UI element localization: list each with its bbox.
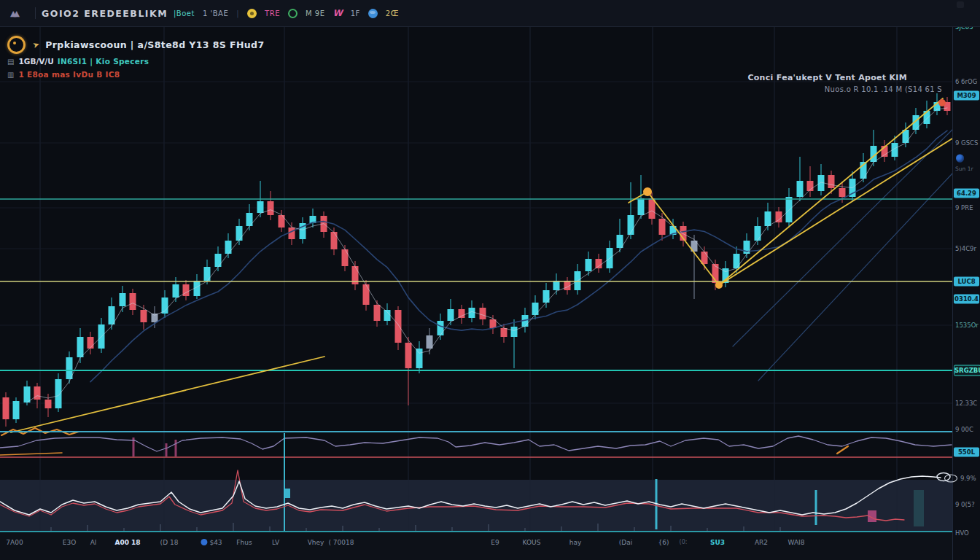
panel1-indicator-line [0,436,952,451]
trendline [719,98,943,285]
chart-annotation-title: Conci Fea'ukept V Tent Apoet KIM [747,73,907,82]
candle-body [586,259,592,271]
candle-body [786,197,793,222]
time-axis-label: (Dai [619,539,632,546]
toolbar-item[interactable]: TRE [265,9,280,18]
candle-body [797,181,804,197]
header-bar: ▲▲ GOIO2 EREDEEBLIKM |Boet1 'BAE|TREM 9E… [0,0,980,27]
trendline-anchor-dot[interactable] [643,187,652,196]
symbol-title[interactable]: Prpkiawscooun | a/S8te8d Y13 8S FHud7 [45,39,264,50]
toolbar-item[interactable]: |Boet [174,9,195,18]
toolbar-item[interactable]: M 9E [306,9,325,18]
app-logo-icon[interactable]: ▲▲ [10,9,29,18]
price-badge: M309 [954,91,979,101]
time-axis-label: AR2 [755,539,768,546]
price-axis-label: 12.33C [955,400,977,407]
candle-body [405,343,412,368]
candle-body [141,310,147,322]
candle-body [416,349,423,368]
candle-body [257,201,264,213]
candle-body [828,175,835,188]
time-axis-label: 7A00 [6,539,23,546]
candle-body [543,290,550,303]
time-axis-label: Vhey [308,539,324,546]
candle-body [236,226,243,241]
candle-body [55,379,62,408]
header-toolbar: |Boet1 'BAE|TREM 9EW1F2Œ [174,0,399,26]
candle-body [924,111,930,124]
candle-body [215,254,222,267]
indicator-2-name[interactable]: 1 E8oa mas IvDu B IC8 [18,70,120,79]
candle-body [480,308,486,319]
price-badge: 0310.4 [954,295,979,304]
toolbar-item[interactable]: | [236,9,239,18]
time-axis-label: WAI8 [788,539,805,546]
time-axis-label: (0: [680,539,688,545]
candle-body [628,215,634,235]
price-badge: SRGZBU [954,365,980,376]
time-axis-label: SU3 [710,539,725,546]
candle-body [342,249,349,266]
candle-body [289,228,295,239]
header-divider [35,7,36,19]
time-axis-label: {6) [658,539,669,546]
candle-body [427,335,433,349]
time-axis-label: KOUS [523,539,541,546]
toolbar-item[interactable]: 1 'BAE [203,9,228,18]
indicator-icon: ▥ [7,71,14,79]
candle-body [532,303,539,315]
toolbar-item[interactable]: 2Œ [386,9,399,18]
candlestick-chart-canvas[interactable] [0,0,980,560]
trendline [719,139,952,285]
price-axis-label: 1535Or [955,322,979,329]
panel2-background [0,480,952,532]
trendline-anchor-dot[interactable] [715,281,723,289]
candle-body [363,284,370,305]
candle-body [448,309,454,321]
chart-annotation-values: Nuos.o R 10.1 .14 M (S14 61 S [825,85,942,93]
time-axis-label: Fhus [236,539,252,546]
candle-body [34,386,41,400]
candle-body [3,397,9,419]
price-axis-label: Sun 1r [955,166,973,172]
candle-body [45,400,52,408]
candle-body [755,226,761,241]
globe-icon[interactable] [368,9,378,18]
ring-icon[interactable] [288,9,298,18]
wing-icon[interactable]: W [332,8,342,18]
candle-body [659,219,666,235]
time-axis-label: Al [90,539,97,546]
candle-body [776,211,782,222]
candle-body [331,232,338,249]
price-axis-label: 9 0(5? [955,501,975,508]
candle-body [88,337,94,349]
candle-body [596,259,602,268]
ellipse-marker-icon [944,475,957,483]
price-axis[interactable]: 5JC056 6rOGM3099 GSCSSun 1r64.299 PRE5)4… [952,26,980,560]
candle-body [13,401,20,419]
candle-body [120,293,126,306]
candle-body [109,306,115,324]
price-axis-label: 9 PRE [955,204,973,211]
coin-icon[interactable] [247,9,257,18]
candle-body [77,337,84,357]
price-badge: LUC8 [954,277,979,287]
time-axis[interactable]: 7A00E3OAlA00 18(D 18$43FhusLVVhey( 70018… [0,533,952,560]
symbol-info-overlay: ➤ Prpkiawscooun | a/S8te8d Y13 8S FHud7 … [7,35,265,80]
trendline-anchor-dot[interactable] [938,99,946,106]
axis-blue-dot-icon [956,155,964,163]
calendar-dot-icon [201,539,207,545]
candle-body [395,310,402,343]
time-axis-label: $43 [201,539,222,546]
indicator-1-name[interactable]: 1GB/V/U [18,57,53,66]
price-badge: 64.29 [954,189,979,198]
candle-body [511,327,518,337]
price-axis-label: 6 6rOG [955,78,977,85]
panel1-orange-tick [837,446,848,454]
price-axis-label: 5)4C9r [955,245,976,252]
indicator-icon: ▤ [7,58,14,66]
toolbar-item[interactable]: 1F [351,9,360,18]
candle-body [268,201,274,215]
moving-average-fast [27,108,947,402]
time-axis-label: E9 [491,539,499,546]
